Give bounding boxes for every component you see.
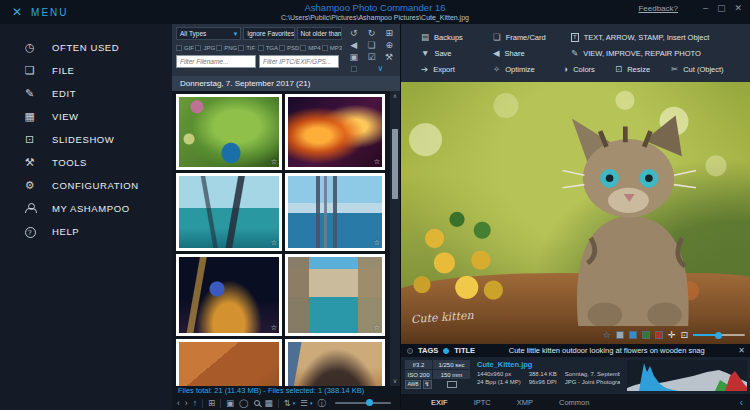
sidebar-item-help[interactable]: ? HELP <box>0 220 172 243</box>
red-channel-button[interactable] <box>655 331 663 339</box>
cut-object-button[interactable]: ✂ Cut (Object) <box>671 64 724 74</box>
image-view-icon[interactable]: ▦ <box>265 397 273 409</box>
favorites-dropdown[interactable]: Ignore Favorites ▾ <box>243 27 294 40</box>
image-preview[interactable]: Cute kitten ☆ ✛ ⊡ <box>401 82 750 344</box>
format-checkbox-tif[interactable]: TIF <box>238 45 256 51</box>
text-arrow-stamp-button[interactable]: T TEXT, ARROW, STAMP, Insert Object <box>571 33 709 42</box>
format-checkbox-psd[interactable]: PSD <box>279 45 299 51</box>
view-options-icon[interactable]: ☰ <box>300 397 308 409</box>
wrench-icon[interactable]: ⚒ <box>385 52 393 62</box>
group-collapse-chevron-icon[interactable]: ∨ <box>377 64 383 73</box>
magnifier-icon[interactable] <box>254 400 260 406</box>
date-group-header[interactable]: Donnerstag, 7. September 2017 (21) <box>172 76 400 91</box>
format-checkbox-png[interactable]: PNG <box>216 45 237 51</box>
fullscreen-icon[interactable]: ✛ <box>668 330 676 340</box>
export-button[interactable]: ➔ Export <box>421 64 493 74</box>
previous-icon[interactable]: ‹ <box>177 397 180 409</box>
thumbnail-peacock[interactable]: ☆ <box>176 94 282 170</box>
scroll-down-icon[interactable]: ∨ <box>393 376 397 386</box>
green-channel-button[interactable] <box>642 331 650 339</box>
share-button[interactable]: ◀ Share <box>493 48 571 58</box>
feedback-link[interactable]: Feedback? <box>638 4 678 13</box>
format-checkbox-gif[interactable]: GIF <box>176 45 194 51</box>
format-checkbox-mp3[interactable]: MP3 <box>322 45 342 51</box>
folder-up-icon[interactable]: ↑ <box>193 397 197 409</box>
tags-label[interactable]: TAGS <box>418 346 438 355</box>
favorite-star-icon[interactable]: ☆ <box>374 158 380 166</box>
sidebar-item-my-ashampoo[interactable]: MY ASHAMPOO <box>0 197 172 220</box>
thumbnail-street-market[interactable]: ☆ <box>285 339 385 386</box>
browser-scrollbar[interactable]: ∧ ∨ <box>390 91 400 386</box>
redo-icon[interactable]: ↻ <box>368 28 376 38</box>
close-icon[interactable]: ✕ <box>738 346 745 355</box>
colors-button[interactable]: ◑ Colors <box>563 64 615 74</box>
minimize-button[interactable]: – <box>703 3 708 13</box>
tab-iptc[interactable]: IPTC <box>474 398 491 407</box>
loupe-icon[interactable]: ◯ <box>239 397 249 409</box>
monitor-icon[interactable]: ⊡ <box>680 330 688 340</box>
scrollbar-thumb[interactable] <box>392 129 398 199</box>
thumbnail-venice-canal[interactable]: ☆ <box>285 254 385 336</box>
next-icon[interactable]: › <box>185 397 188 409</box>
title-label[interactable]: TITLE <box>454 346 475 355</box>
file-type-dropdown[interactable]: All Types ▾ <box>176 27 241 40</box>
scroll-up-icon[interactable]: ∧ <box>393 91 397 101</box>
favorite-star-icon[interactable]: ☆ <box>271 324 277 332</box>
maximize-button[interactable]: ▢ <box>717 3 726 13</box>
favorite-star-icon[interactable]: ☆ <box>603 330 611 340</box>
sidebar-item-slideshow[interactable]: ⊡ SLIDESHOW <box>0 128 172 151</box>
camera-icon[interactable]: ▣ <box>350 52 359 62</box>
sidebar-item-configuration[interactable]: ⚙ CONFIGURATION <box>0 174 172 197</box>
sidebar-item-file[interactable]: ❏ FILE <box>0 59 172 82</box>
age-filter-dropdown[interactable]: Not older than.... ▾ <box>297 27 342 40</box>
preview-icon[interactable]: ▣ <box>226 397 234 409</box>
sidebar-item-tools[interactable]: ⚒ TOOLS <box>0 151 172 174</box>
tab-xmp[interactable]: XMP <box>517 398 533 407</box>
tab-exif[interactable]: EXIF <box>431 398 448 407</box>
collapse-panel-icon[interactable]: ‹ <box>740 397 743 408</box>
thumbnail-grand-canyon[interactable]: ☆ <box>176 339 282 386</box>
select-all-icon[interactable]: ☑ <box>367 52 375 62</box>
thumbnail-paris-las-vegas[interactable]: ☆ <box>176 254 282 336</box>
undo-icon[interactable]: ↺ <box>350 28 358 38</box>
add-folder-icon[interactable]: ⊞ <box>385 28 393 38</box>
favorite-star-icon[interactable]: ☆ <box>271 158 277 166</box>
slider-handle[interactable] <box>366 399 373 406</box>
megaphone-icon[interactable]: ◀ <box>350 40 357 50</box>
backups-button[interactable]: ▤ Backups <box>421 32 493 42</box>
format-checkbox-jpg[interactable]: JPG <box>195 45 215 51</box>
info-icon[interactable]: ⓘ <box>317 397 326 409</box>
save-button[interactable]: ▼ Save <box>421 48 493 58</box>
luminance-channel-button[interactable] <box>616 331 624 339</box>
frame-card-button[interactable]: ❏ Frame/Card <box>493 32 571 42</box>
group-select-checkbox[interactable] <box>351 66 357 72</box>
slider-handle[interactable] <box>715 332 722 339</box>
favorite-star-icon[interactable]: ☆ <box>374 324 380 332</box>
thumbnail-size-slider[interactable] <box>335 402 391 404</box>
zoom-slider[interactable] <box>693 334 745 336</box>
favorite-star-icon[interactable]: ☆ <box>374 239 380 247</box>
sidebar-item-edit[interactable]: ✎ EDIT <box>0 82 172 105</box>
globe-icon[interactable]: ⊕ <box>385 40 393 50</box>
format-checkbox-mp4[interactable]: MP4 <box>300 45 320 51</box>
thumbnail-city-skyline[interactable]: ☆ <box>285 173 385 251</box>
title-radio[interactable] <box>443 348 449 354</box>
close-button[interactable]: ✕ <box>734 3 742 13</box>
filename-filter-input[interactable] <box>176 55 256 68</box>
layout-icon[interactable]: ⊞ <box>208 397 215 409</box>
iptc-exif-gps-filter-input[interactable] <box>259 55 339 68</box>
sidebar-item-often-used[interactable]: ◷ OFTEN USED <box>0 36 172 59</box>
sort-icon[interactable]: ⇅ <box>284 397 291 409</box>
favorite-star-icon[interactable]: ☆ <box>271 239 277 247</box>
view-improve-repair-button[interactable]: ✎ VIEW, IMPROVE, REPAIR PHOTO <box>571 48 701 58</box>
new-document-icon[interactable]: ❏ <box>367 40 375 50</box>
resize-button[interactable]: ⊡ Resize <box>615 64 671 74</box>
tags-radio[interactable] <box>407 348 413 354</box>
thumbnail-antelope-canyon[interactable]: ☆ <box>285 94 385 170</box>
optimize-button[interactable]: ✧ Optimize <box>493 64 563 74</box>
sidebar-item-view[interactable]: ▦ VIEW <box>0 105 172 128</box>
thumbnail-railway-bridge[interactable]: ☆ <box>176 173 282 251</box>
tab-common[interactable]: Common <box>559 398 589 407</box>
blue-channel-button[interactable] <box>629 331 637 339</box>
format-checkbox-tga[interactable]: TGA <box>258 45 278 51</box>
